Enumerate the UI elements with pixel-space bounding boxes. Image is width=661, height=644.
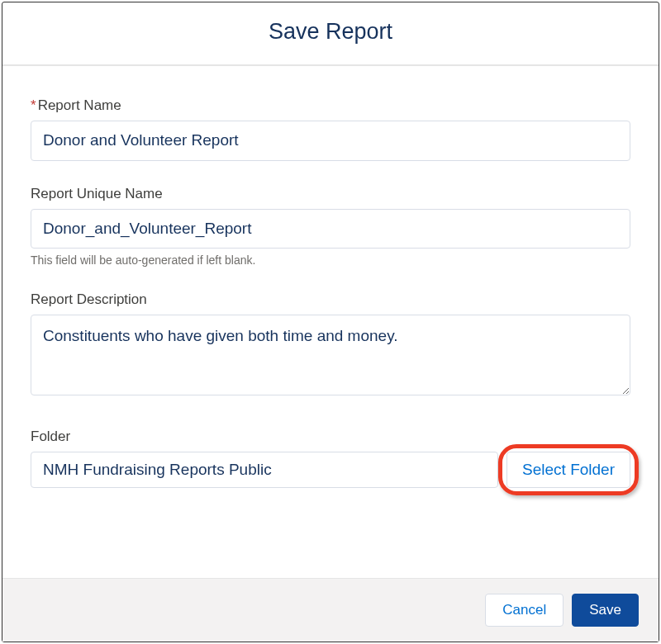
description-label: Report Description	[31, 291, 630, 308]
save-report-modal: Save Report *Report Name Report Unique N…	[2, 2, 659, 642]
description-group: Report Description Constituents who have…	[31, 291, 630, 399]
unique-name-label: Report Unique Name	[31, 186, 630, 202]
unique-name-group: Report Unique Name This field will be au…	[31, 186, 630, 268]
folder-row: Select Folder	[31, 452, 630, 488]
modal-header: Save Report	[2, 2, 659, 66]
unique-name-help-text: This field will be auto-generated if lef…	[31, 253, 630, 267]
folder-input[interactable]	[31, 452, 498, 488]
modal-title: Save Report	[2, 19, 659, 45]
modal-body: *Report Name Report Unique Name This fie…	[2, 66, 659, 578]
save-button[interactable]: Save	[572, 594, 639, 627]
unique-name-input[interactable]	[31, 209, 630, 249]
report-name-input[interactable]	[31, 121, 630, 161]
report-name-label: *Report Name	[31, 97, 630, 114]
cancel-button[interactable]: Cancel	[485, 594, 564, 627]
required-asterisk-icon: *	[31, 97, 36, 113]
folder-group: Folder Select Folder	[31, 429, 630, 488]
select-folder-wrapper: Select Folder	[506, 452, 630, 488]
select-folder-button[interactable]: Select Folder	[506, 452, 630, 488]
modal-footer: Cancel Save	[2, 578, 659, 642]
description-textarea[interactable]: Constituents who have given both time an…	[31, 315, 630, 395]
report-name-label-text: Report Name	[38, 97, 121, 113]
report-name-group: *Report Name	[31, 97, 630, 161]
folder-label: Folder	[31, 429, 630, 445]
